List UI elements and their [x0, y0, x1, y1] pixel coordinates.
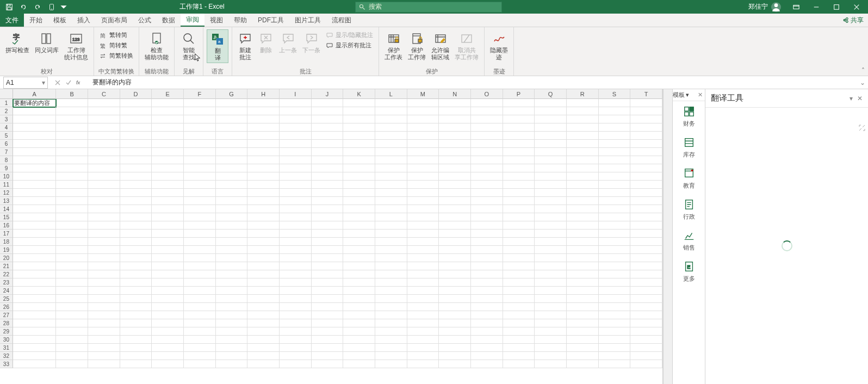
- cell[interactable]: [56, 230, 88, 238]
- cell[interactable]: [535, 189, 567, 197]
- row-header[interactable]: 11: [0, 181, 13, 189]
- row-header[interactable]: 18: [0, 238, 13, 246]
- cell[interactable]: [439, 148, 471, 156]
- row-header[interactable]: 15: [0, 213, 13, 221]
- cell[interactable]: [630, 287, 662, 295]
- cell[interactable]: [184, 99, 216, 107]
- template-inventory[interactable]: 库存: [673, 132, 705, 163]
- cell[interactable]: [88, 295, 120, 303]
- cell[interactable]: [343, 213, 375, 221]
- cell[interactable]: [343, 303, 375, 311]
- cell[interactable]: [599, 254, 631, 262]
- cell[interactable]: [13, 352, 57, 360]
- cell[interactable]: [13, 246, 57, 254]
- cell[interactable]: [280, 107, 312, 115]
- cell[interactable]: [407, 197, 439, 205]
- row-header[interactable]: 7: [0, 148, 13, 156]
- cell[interactable]: [184, 262, 216, 270]
- cell[interactable]: [312, 189, 344, 197]
- cell[interactable]: [567, 230, 599, 238]
- cell[interactable]: [120, 303, 152, 311]
- cell[interactable]: [312, 213, 344, 221]
- cell[interactable]: [216, 254, 248, 262]
- cell[interactable]: [184, 278, 216, 287]
- spreadsheet-grid[interactable]: ABCDEFGHIJKLMNOPQRST 1要翻译的内容234567891011…: [0, 89, 663, 384]
- cell[interactable]: [471, 344, 503, 352]
- cell[interactable]: [599, 230, 631, 238]
- row-header[interactable]: 10: [0, 172, 13, 181]
- cell[interactable]: [407, 99, 439, 107]
- cell[interactable]: [630, 336, 662, 344]
- hide-ink-button[interactable]: 隐藏墨 迹: [488, 29, 510, 62]
- cell[interactable]: [88, 213, 120, 221]
- cell[interactable]: [599, 352, 631, 360]
- cell[interactable]: [216, 327, 248, 336]
- cell[interactable]: [471, 238, 503, 246]
- cell[interactable]: [56, 254, 88, 262]
- cell[interactable]: [535, 205, 567, 213]
- cell[interactable]: [535, 287, 567, 295]
- cell[interactable]: [280, 123, 312, 132]
- cell[interactable]: [567, 221, 599, 230]
- cell[interactable]: [567, 278, 599, 287]
- cell[interactable]: [120, 205, 152, 213]
- template-education[interactable]: 教育: [673, 163, 705, 194]
- row-header[interactable]: 25: [0, 295, 13, 303]
- cell[interactable]: [152, 197, 184, 205]
- cell[interactable]: [375, 172, 407, 181]
- cell[interactable]: [567, 254, 599, 262]
- cell[interactable]: [184, 156, 216, 164]
- row-header[interactable]: 23: [0, 278, 13, 287]
- cell[interactable]: [56, 295, 88, 303]
- cell[interactable]: [630, 254, 662, 262]
- cell[interactable]: [567, 123, 599, 132]
- cell[interactable]: [152, 132, 184, 140]
- row-header[interactable]: 16: [0, 221, 13, 230]
- cell[interactable]: [439, 352, 471, 360]
- cell[interactable]: [471, 172, 503, 181]
- cell[interactable]: [471, 303, 503, 311]
- cell[interactable]: [13, 197, 57, 205]
- cell[interactable]: [216, 360, 248, 368]
- cell[interactable]: [312, 254, 344, 262]
- ribbon-display-button[interactable]: [787, 0, 805, 14]
- cell[interactable]: [567, 205, 599, 213]
- cell[interactable]: [599, 303, 631, 311]
- cell[interactable]: [375, 197, 407, 205]
- cell[interactable]: [88, 344, 120, 352]
- select-all-corner[interactable]: [0, 89, 13, 99]
- cell[interactable]: [439, 344, 471, 352]
- cell[interactable]: [535, 254, 567, 262]
- column-header[interactable]: G: [216, 89, 248, 99]
- cell[interactable]: [375, 336, 407, 344]
- cell[interactable]: [88, 189, 120, 197]
- cell[interactable]: [375, 327, 407, 336]
- cell[interactable]: [343, 360, 375, 368]
- cell[interactable]: [471, 360, 503, 368]
- cell[interactable]: [13, 270, 57, 278]
- cell[interactable]: [88, 262, 120, 270]
- cell[interactable]: [152, 311, 184, 319]
- cell[interactable]: [152, 327, 184, 336]
- cell[interactable]: [471, 254, 503, 262]
- cell[interactable]: [630, 172, 662, 181]
- cell[interactable]: [407, 230, 439, 238]
- cell[interactable]: [407, 172, 439, 181]
- cell[interactable]: [375, 181, 407, 189]
- cell[interactable]: [503, 262, 535, 270]
- cell[interactable]: [343, 164, 375, 172]
- cell[interactable]: [535, 148, 567, 156]
- cell[interactable]: [503, 181, 535, 189]
- cell[interactable]: [375, 319, 407, 327]
- cell[interactable]: [312, 205, 344, 213]
- cell[interactable]: [184, 132, 216, 140]
- cell[interactable]: [88, 311, 120, 319]
- cell[interactable]: [567, 107, 599, 115]
- cell[interactable]: [56, 319, 88, 327]
- cell[interactable]: [280, 303, 312, 311]
- cell[interactable]: [375, 352, 407, 360]
- cell[interactable]: [88, 156, 120, 164]
- cell[interactable]: [599, 148, 631, 156]
- cell[interactable]: [343, 336, 375, 344]
- cell[interactable]: [375, 238, 407, 246]
